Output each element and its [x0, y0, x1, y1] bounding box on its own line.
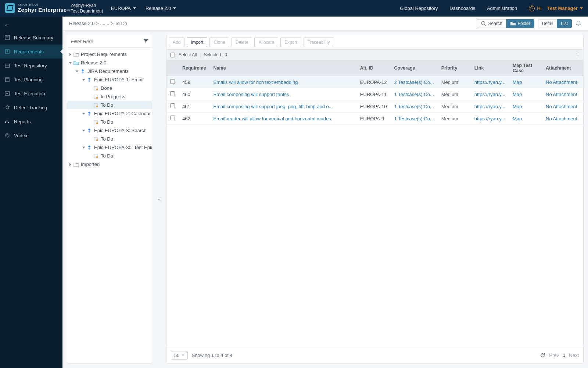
add-button[interactable]: Add — [169, 38, 184, 47]
tree-node[interactable]: Imported — [67, 160, 152, 169]
cell-attachment[interactable]: No Attachment — [542, 76, 583, 88]
cell-name[interactable]: Email composing will support tables — [210, 88, 356, 100]
release-dropdown[interactable]: Release 2.0 — [146, 6, 176, 11]
tree-node-label: Epic EUROPA-1: Email — [94, 77, 143, 82]
row-checkbox[interactable] — [170, 91, 175, 96]
tree-node[interactable]: To Do — [67, 135, 152, 143]
logo[interactable]: SMARTBEAR Zephyr Enterprise™ — [5, 3, 71, 13]
page-size-dropdown[interactable]: 50 — [171, 351, 188, 360]
detail-button[interactable]: Detail — [538, 19, 557, 28]
cell-coverage[interactable]: 1 Testcase(s) Co... — [391, 88, 438, 100]
sidebar-item-reports[interactable]: Reports — [0, 114, 62, 128]
export-button[interactable]: Export — [280, 38, 301, 47]
table-row[interactable]: 459Emails will allow for rich text embed… — [166, 76, 583, 88]
nav-dashboards[interactable]: Dashboards — [449, 6, 475, 11]
cell-name[interactable]: Email reader will allow for vertical and… — [210, 113, 356, 125]
cell-map[interactable]: Map — [509, 113, 542, 125]
cell-map[interactable]: Map — [509, 76, 542, 88]
tree-twisty-icon[interactable] — [69, 62, 72, 64]
refresh-icon[interactable] — [540, 353, 545, 358]
tree-node[interactable]: To Do — [67, 118, 152, 126]
tree-twisty-icon[interactable] — [82, 130, 85, 131]
tree-node[interactable]: JIRA Requirements — [67, 67, 152, 75]
traceability-button[interactable]: Traceability — [304, 38, 334, 47]
cell-name[interactable]: Emails will allow for rich text embeddin… — [210, 76, 356, 88]
caret-down-icon — [580, 7, 583, 9]
requirements-grid-panel: Add Import Clone Delete Allocate Export … — [166, 35, 584, 364]
collapse-tree-handle[interactable]: « — [157, 197, 162, 202]
col-attachment[interactable]: Attachment — [542, 60, 583, 76]
sidebar-item-test-execution[interactable]: Test Execution — [0, 86, 62, 100]
sidebar-item-vortex[interactable]: Vortex — [0, 128, 62, 142]
cell-name[interactable]: Email composing will support jpeg, png, … — [210, 100, 356, 113]
cell-map[interactable]: Map — [509, 100, 542, 113]
sidebar-item-test-repository[interactable]: Test Repository — [0, 59, 62, 72]
bell-icon[interactable] — [576, 21, 581, 26]
delete-button[interactable]: Delete — [232, 38, 252, 47]
tree-node[interactable]: To Do — [67, 101, 152, 109]
project-dropdown[interactable]: EUROPA — [111, 6, 136, 11]
tree-node[interactable]: Epic EUROPA-3: Search — [67, 126, 152, 135]
cell-link[interactable]: https://ryan.y... — [471, 113, 509, 125]
sidebar-item-release-summary[interactable]: Release Summary — [0, 31, 62, 45]
next-button[interactable]: Next — [569, 353, 579, 358]
filter-icon[interactable] — [144, 39, 148, 44]
tree-twisty-icon[interactable] — [82, 146, 85, 148]
nav-administration[interactable]: Administration — [487, 6, 517, 11]
col-name[interactable]: Name — [210, 60, 356, 76]
row-checkbox[interactable] — [170, 103, 175, 108]
cell-link[interactable]: https://ryan.y... — [471, 76, 509, 88]
tree-twisty-icon[interactable] — [82, 79, 85, 81]
collapse-sidenav-button[interactable]: « — [0, 20, 62, 31]
tree-node[interactable]: In Progress — [67, 92, 152, 101]
topbar: SMARTBEAR Zephyr Enterprise™ Zephyr-Ryan… — [0, 0, 588, 17]
cell-coverage[interactable]: 2 Testcase(s) Co... — [391, 76, 438, 88]
tree-node[interactable]: Epic EUROPA-30: Test Epic — [67, 143, 152, 152]
cell-attachment[interactable]: No Attachment — [542, 113, 583, 125]
tree-node[interactable]: Epic EUROPA-2: Calendar — [67, 109, 152, 118]
cell-coverage[interactable]: 1 Testcase(s) Co... — [391, 113, 438, 125]
tree-twisty-icon[interactable] — [69, 163, 71, 166]
table-row[interactable]: 460Email composing will support tablesEU… — [166, 88, 583, 100]
sidebar-item-requirements[interactable]: Requirements — [0, 45, 62, 59]
table-row[interactable]: 461Email composing will support jpeg, pn… — [166, 100, 583, 113]
col-id[interactable]: Requireme — [179, 60, 210, 76]
row-checkbox[interactable] — [170, 79, 175, 84]
col-link[interactable]: Link — [471, 60, 509, 76]
cell-attachment[interactable]: No Attachment — [542, 88, 583, 100]
sidebar-item-defect-tracking[interactable]: Defect Tracking — [0, 100, 62, 114]
user-menu[interactable]: Hi Test Manager — [529, 6, 583, 11]
clone-button[interactable]: Clone — [209, 38, 229, 47]
select-all-checkbox[interactable] — [170, 53, 175, 57]
list-button[interactable]: List — [557, 19, 572, 28]
cell-coverage[interactable]: 1 Testcase(s) Co... — [391, 100, 438, 113]
cell-link[interactable]: https://ryan.y... — [471, 100, 509, 113]
cell-link[interactable]: https://ryan.y... — [471, 88, 509, 100]
tree-twisty-icon[interactable] — [76, 70, 79, 72]
folder-button[interactable]: Folder — [506, 19, 534, 28]
allocate-button[interactable]: Allocate — [254, 38, 278, 47]
col-map[interactable]: Map Test Case — [509, 60, 542, 76]
select-all-label[interactable]: Select All — [179, 52, 197, 57]
search-button[interactable]: Search — [477, 19, 506, 28]
row-checkbox[interactable] — [170, 116, 175, 120]
import-button[interactable]: Import — [187, 38, 207, 47]
cell-map[interactable]: Map — [509, 88, 542, 100]
tree-twisty-icon[interactable] — [69, 53, 71, 56]
grid-menu-button[interactable]: ⋮ — [574, 52, 580, 59]
tree-node[interactable]: Done — [67, 84, 152, 92]
filter-input[interactable] — [71, 39, 144, 44]
tree-node[interactable]: Release 2.0 — [67, 59, 152, 67]
tree-node[interactable]: Project Requirements — [67, 50, 152, 59]
col-alt[interactable]: Alt. ID — [356, 60, 391, 76]
tree-node[interactable]: To Do — [67, 152, 152, 160]
table-row[interactable]: 462Email reader will allow for vertical … — [166, 113, 583, 125]
tree-node[interactable]: Epic EUROPA-1: Email — [67, 75, 152, 84]
nav-global-repository[interactable]: Global Repository — [400, 6, 438, 11]
sidebar-item-test-planning[interactable]: Test Planning — [0, 72, 62, 86]
col-coverage[interactable]: Coverage — [391, 60, 438, 76]
tree-twisty-icon[interactable] — [82, 113, 85, 114]
col-priority[interactable]: Priority — [438, 60, 471, 76]
prev-button[interactable]: Prev — [549, 353, 559, 358]
cell-attachment[interactable]: No Attachment — [542, 100, 583, 113]
